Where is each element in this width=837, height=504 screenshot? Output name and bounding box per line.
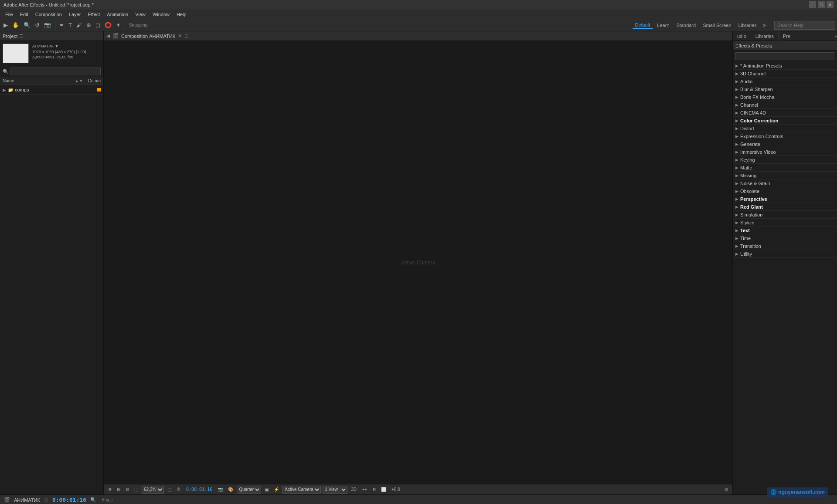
cat-name-13: Matte [740, 165, 752, 170]
cat-arrow-21: ▶ [735, 228, 738, 233]
viewer-glass-btn[interactable]: 👓 [360, 487, 369, 492]
tool-eraser[interactable]: ◻ [94, 20, 102, 30]
window-controls[interactable]: — □ ✕ [809, 1, 834, 8]
effects-search-input[interactable] [735, 52, 834, 60]
effect-cat-time[interactable]: ▶Time [733, 234, 837, 242]
right-panel-tabs: udio Libraries Pre » [733, 31, 837, 41]
menu-layer[interactable]: Layer [65, 11, 85, 18]
menu-effect[interactable]: Effect [84, 11, 103, 18]
viewer-mask-btn[interactable]: ⬚ [133, 487, 140, 492]
effect-cat-obsolete[interactable]: ▶Obsolete [733, 187, 837, 195]
comp-menu-btn[interactable]: ☰ [184, 33, 189, 39]
tool-zoom[interactable]: 🔍 [22, 20, 32, 30]
effect-cat-distort[interactable]: ▶Distort [733, 125, 837, 132]
effect-cat-keying[interactable]: ▶Keying [733, 156, 837, 164]
workspace-more[interactable]: » [761, 20, 768, 30]
effect-cat-noise---grain[interactable]: ▶Noise & Grain [733, 179, 837, 187]
viewer-expand-btn[interactable]: ⊡ [723, 487, 730, 492]
effect-cat-missing[interactable]: ▶Missing [733, 172, 837, 179]
tl-comp-icon[interactable]: 🎬 [3, 497, 11, 503]
tool-select[interactable]: ▶ [2, 20, 10, 30]
viewer-fit-btn[interactable]: ▢ [166, 487, 173, 492]
minimize-button[interactable]: — [809, 1, 816, 8]
comp-prev-btn[interactable]: ◀ [106, 33, 110, 39]
tool-pen[interactable]: ✒ [58, 20, 66, 30]
workspace-standard[interactable]: Standard [674, 22, 699, 29]
effect-cat-matte[interactable]: ▶Matte [733, 164, 837, 172]
viewer-3d-btn[interactable]: 3D [349, 487, 358, 492]
tool-paint[interactable]: 🖌 [75, 20, 84, 30]
effect-cat-generate[interactable]: ▶Generate [733, 140, 837, 148]
tool-camera[interactable]: 📷 [42, 20, 53, 30]
viewer-time-btn[interactable]: ⏱ [175, 487, 183, 492]
tool-text[interactable]: T [67, 20, 74, 30]
effect-cat-text[interactable]: ▶Text [733, 227, 837, 234]
effect-cat-channel[interactable]: ▶Channel [733, 101, 837, 109]
workspace-learn[interactable]: Learn [654, 22, 672, 29]
menu-view[interactable]: View [132, 11, 149, 18]
menu-help[interactable]: Help [173, 11, 190, 18]
zoom-dropdown[interactable]: 62,3% 100% 50% [142, 486, 164, 494]
maximize-button[interactable]: □ [818, 1, 825, 8]
viewer-motion-btn[interactable]: ≋ [371, 487, 378, 492]
tool-hand[interactable]: ✋ [10, 20, 21, 30]
workspace-libraries[interactable]: Libraries [736, 22, 759, 29]
viewer-render-btn[interactable]: ⬜ [379, 487, 388, 492]
effect-cat-simulation[interactable]: ▶Simulation [733, 211, 837, 219]
tab-libraries[interactable]: Libraries [751, 31, 779, 41]
workspace-default[interactable]: Default [633, 21, 653, 29]
panel-collapse[interactable]: » [834, 34, 837, 39]
cat-arrow-12: ▶ [735, 158, 738, 162]
tab-preview[interactable]: Pre [779, 31, 795, 41]
view-dropdown[interactable]: 1 View 2 Views [323, 486, 347, 494]
comp-close-btn[interactable]: ✕ [178, 33, 182, 39]
viewer-color-btn[interactable]: 🎨 [226, 487, 235, 492]
close-button[interactable]: ✕ [827, 1, 834, 8]
menu-animation[interactable]: Animation [103, 11, 132, 18]
project-search-icon: 🔍 [3, 69, 9, 74]
sort-name-desc[interactable]: ▼ [79, 78, 83, 83]
workspace-small-screen[interactable]: Small Screen [700, 22, 734, 29]
resolution-dropdown[interactable]: Quarter Half Full [237, 486, 261, 494]
effect-cat-immersive-video[interactable]: ▶Immersive Video [733, 148, 837, 156]
effect-cat-transition[interactable]: ▶Transition [733, 242, 837, 250]
proj-item-comps[interactable]: ▶ 📁 comps [0, 86, 103, 94]
help-search[interactable] [774, 21, 835, 30]
effect-cat-3d-channel[interactable]: ▶3D Channel [733, 70, 837, 78]
effect-cat-stylize[interactable]: ▶Stylize [733, 219, 837, 227]
project-panel-menu[interactable]: ☰ [19, 34, 23, 38]
project-search-input[interactable] [10, 68, 101, 75]
effect-cat-utility[interactable]: ▶Utility [733, 250, 837, 258]
project-panel: Project ☰ АНИМАТИК ▼ 1920 x 1080 (480 x … [0, 31, 103, 95]
effect-cat-red-giant[interactable]: ▶Red Giant [733, 203, 837, 211]
viewer-guides-btn[interactable]: ⊟ [124, 487, 131, 492]
viewer-grid-btn[interactable]: ⊞ [115, 487, 122, 492]
tl-comp-menu[interactable]: ☰ [43, 497, 50, 503]
tool-rotate[interactable]: ↺ [33, 20, 41, 30]
effect-cat-color-correction[interactable]: ▶Color Correction [733, 117, 837, 125]
menu-edit[interactable]: Edit [17, 11, 32, 18]
effect-cat-expression-controls[interactable]: ▶Expression Controls [733, 132, 837, 140]
effect-cat---animation-presets[interactable]: ▶* Animation Presets [733, 62, 837, 70]
tl-time-display: 0:00:01:16 [52, 497, 86, 503]
effect-cat-boris-fx-mocha[interactable]: ▶Boris FX Mocha [733, 93, 837, 101]
camera-dropdown[interactable]: Active Camera [282, 486, 321, 494]
tool-roto[interactable]: ⭕ [103, 20, 113, 30]
sort-name-asc[interactable]: ▲ [75, 78, 79, 83]
viewer-reset-btn[interactable]: ⊕ [106, 487, 113, 492]
right-panel: udio Libraries Pre » Effects & Presets ▶… [732, 31, 837, 494]
viewer-toggle-btn[interactable]: ▣ [263, 487, 270, 492]
viewer-snap-btn[interactable]: 📷 [216, 487, 225, 492]
effect-cat-blur---sharpen[interactable]: ▶Blur & Sharpen [733, 85, 837, 93]
tool-puppet[interactable]: ✦ [114, 20, 122, 30]
menu-composition[interactable]: Composition [32, 11, 65, 18]
menu-file[interactable]: File [2, 11, 17, 18]
menu-window[interactable]: Window [149, 11, 173, 18]
effect-cat-perspective[interactable]: ▶Perspective [733, 195, 837, 203]
effect-cat-cinema-4d[interactable]: ▶CINEMA 4D [733, 109, 837, 117]
tl-search-btn[interactable]: 🔍 [89, 497, 98, 503]
viewer-fast-btn[interactable]: ⚡ [272, 487, 281, 492]
tool-clone[interactable]: ⊕ [85, 20, 93, 30]
tab-audio[interactable]: udio [733, 31, 751, 41]
effect-cat-audio[interactable]: ▶Audio [733, 78, 837, 85]
